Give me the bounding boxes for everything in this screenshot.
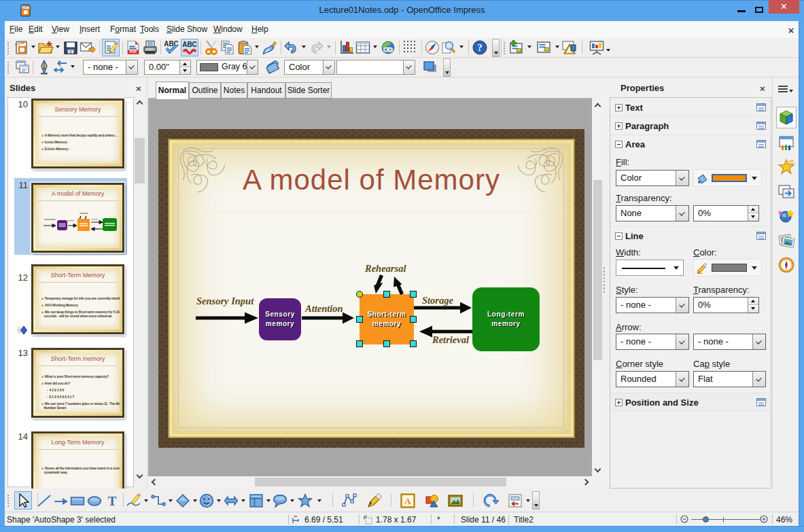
svg-text:?: ? [477, 42, 483, 53]
svg-text:ABC: ABC [182, 41, 197, 48]
svg-text:A: A [404, 496, 411, 506]
svg-text:PDF: PDF [130, 50, 138, 54]
svg-text:T: T [108, 494, 117, 508]
